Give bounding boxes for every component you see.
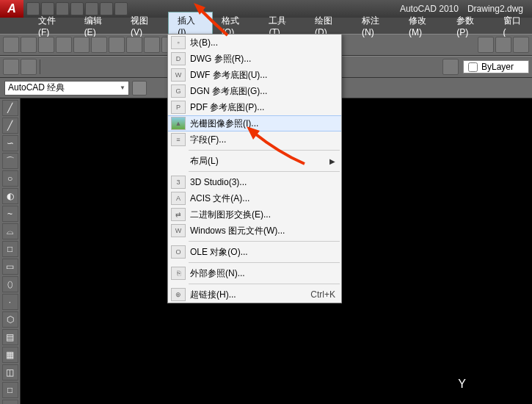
draw-tool-10[interactable]: ⬯ bbox=[2, 276, 18, 292]
bylayer-checkbox[interactable] bbox=[468, 62, 478, 72]
menu-item-binex[interactable]: ⇄二进制图形交换(E)... bbox=[168, 206, 341, 223]
draw-tool-4[interactable]: ○ bbox=[2, 170, 18, 187]
draw-tool-8[interactable]: □ bbox=[2, 241, 18, 257]
draw-tool-16[interactable]: □ bbox=[2, 382, 18, 398]
menu-edit[interactable]: 编辑(E) bbox=[76, 12, 122, 40]
menu-modify[interactable]: 修改(M) bbox=[400, 12, 448, 40]
draw-tool-0[interactable]: ╱ bbox=[2, 100, 18, 116]
bylayer-combo[interactable]: ByLayer bbox=[463, 60, 529, 74]
menu-item-raster[interactable]: ▲光栅图像参照(I)... bbox=[168, 115, 341, 131]
draw-tool-17[interactable]: A bbox=[2, 400, 18, 404]
menu-item-field[interactable]: ≡字段(F)... bbox=[168, 131, 341, 148]
draw-tool-7[interactable]: ⌓ bbox=[2, 223, 18, 239]
tb-color-icon[interactable] bbox=[442, 59, 459, 75]
draw-tool-1[interactable]: ╱ bbox=[2, 118, 18, 134]
draw-tool-3[interactable]: ⌒ bbox=[2, 153, 18, 169]
menu-bar: 文件(F) 编辑(E) 视图(V) 插入(I) 格式(O) 工具(T) 绘图(D… bbox=[0, 18, 532, 34]
menu-item-acis[interactable]: AACIS 文件(A)... bbox=[168, 190, 341, 206]
menu-item-wmf[interactable]: WWindows 图元文件(W)... bbox=[168, 223, 341, 239]
ole-icon: O bbox=[171, 245, 186, 259]
bylayer-label: ByLayer bbox=[481, 62, 514, 72]
workspace-combo-label: AutoCAD 经典 bbox=[8, 82, 65, 94]
menu-item-dwfunder[interactable]: WDWF 参考底图(U)... bbox=[168, 67, 341, 83]
dxb-icon: ⇄ bbox=[171, 208, 186, 221]
menu-item-dwgref[interactable]: DDWG 参照(R)... bbox=[168, 51, 341, 67]
field-icon: ≡ bbox=[171, 133, 186, 146]
menu-view[interactable]: 视图(V) bbox=[122, 12, 168, 40]
dwg-icon: D bbox=[171, 52, 186, 65]
image-icon: ▲ bbox=[171, 117, 186, 130]
menu-item-dgnunder[interactable]: GDGN 参考底图(G)... bbox=[168, 83, 341, 99]
menu-separator bbox=[189, 262, 340, 263]
pdf-icon: P bbox=[171, 101, 186, 114]
dwf-icon: W bbox=[171, 68, 186, 82]
menu-item-layout[interactable]: 布局(L)▶ bbox=[168, 153, 341, 169]
chevron-down-icon: ▼ bbox=[120, 84, 125, 91]
shortcut-label: Ctrl+K bbox=[310, 289, 335, 300]
menu-item-block[interactable]: ▫块(B)... bbox=[168, 35, 341, 51]
menu-dim[interactable]: 标注(N) bbox=[353, 12, 400, 40]
wmf-icon: W bbox=[171, 224, 186, 237]
tb-copy-icon[interactable] bbox=[126, 37, 142, 53]
hyperlink-icon: ⊕ bbox=[171, 288, 186, 301]
tb-layer-icon[interactable] bbox=[3, 59, 19, 75]
tb-open-icon[interactable] bbox=[21, 37, 37, 53]
xref-icon: ⎘ bbox=[171, 267, 186, 280]
workspace-combo[interactable]: AutoCAD 经典 ▼ bbox=[4, 81, 129, 95]
tb-layerprop-icon[interactable] bbox=[21, 59, 37, 75]
draw-tool-14[interactable]: ▦ bbox=[2, 347, 18, 363]
menu-item-pdfunder[interactable]: PPDF 参考底图(P)... bbox=[168, 99, 341, 115]
menu-item-xref[interactable]: ⎘外部参照(N)... bbox=[168, 265, 341, 281]
draw-tool-11[interactable]: · bbox=[2, 294, 18, 310]
draw-tool-15[interactable]: ◫ bbox=[2, 364, 18, 380]
tb-preview-icon[interactable] bbox=[73, 37, 90, 53]
tb-paste-icon[interactable] bbox=[144, 37, 160, 53]
tb-dist-icon[interactable] bbox=[513, 37, 529, 53]
menu-separator bbox=[189, 284, 340, 284]
dgn-icon: G bbox=[171, 84, 186, 98]
menu-separator bbox=[189, 150, 340, 151]
menu-item-3ds[interactable]: 33D Studio(3)... bbox=[168, 174, 341, 190]
tb-new-icon[interactable] bbox=[3, 37, 19, 53]
workspace-gear-icon[interactable] bbox=[132, 81, 147, 95]
menu-item-ole[interactable]: OOLE 对象(O)... bbox=[168, 244, 341, 260]
cursor-indicator: Y bbox=[458, 378, 466, 391]
menu-separator bbox=[189, 171, 340, 172]
tb-dim-icon[interactable] bbox=[478, 37, 494, 53]
draw-tool-6[interactable]: ~ bbox=[2, 206, 18, 222]
app-logo[interactable]: A bbox=[0, 0, 23, 18]
draw-tool-5[interactable]: ◐ bbox=[2, 188, 18, 204]
tb-print-icon[interactable] bbox=[56, 37, 72, 53]
tb-table-icon[interactable] bbox=[495, 37, 511, 53]
menu-separator bbox=[189, 241, 340, 242]
insert-menu-dropdown: ▫块(B)... DDWG 参照(R)... WDWF 参考底图(U)... G… bbox=[167, 34, 342, 303]
draw-tool-13[interactable]: ▤ bbox=[2, 329, 18, 345]
draw-toolbar: ╱╱∽⌒○◐~⌓□▭⬯·⬡▤▦◫□A bbox=[0, 98, 21, 404]
menu-window[interactable]: 窗口( bbox=[495, 12, 533, 40]
tb-separator bbox=[40, 59, 43, 74]
3ds-icon: 3 bbox=[171, 176, 186, 189]
draw-tool-2[interactable]: ∽ bbox=[2, 135, 18, 151]
acis-icon: A bbox=[171, 192, 186, 205]
draw-tool-12[interactable]: ⬡ bbox=[2, 311, 18, 328]
submenu-arrow-icon: ▶ bbox=[329, 157, 335, 165]
tb-save-icon[interactable] bbox=[38, 37, 54, 53]
tb-publish-icon[interactable] bbox=[91, 37, 107, 53]
menu-file[interactable]: 文件(F) bbox=[29, 12, 76, 40]
menu-param[interactable]: 参数(P) bbox=[448, 12, 494, 40]
menu-item-hyperlink[interactable]: ⊕超链接(H)...Ctrl+K bbox=[168, 286, 341, 303]
draw-tool-9[interactable]: ▭ bbox=[2, 259, 18, 275]
tb-cut-icon[interactable] bbox=[109, 37, 125, 53]
block-icon: ▫ bbox=[171, 36, 186, 49]
